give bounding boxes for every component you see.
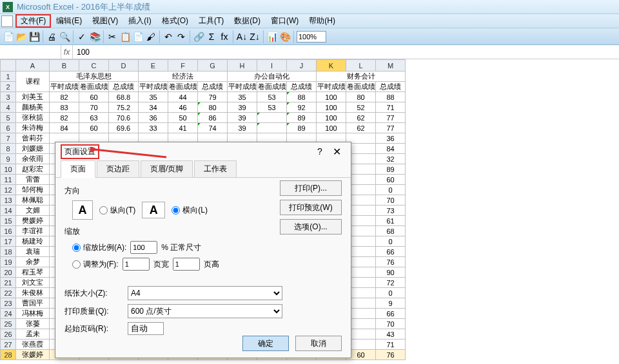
hyperlink-icon[interactable]: 🔗 xyxy=(193,31,204,43)
cell[interactable]: 0 xyxy=(376,288,406,298)
cell[interactable]: 张媛婷 xyxy=(16,350,50,360)
cell[interactable]: 平时成绩 xyxy=(317,82,346,92)
col-header-J[interactable]: J xyxy=(287,60,317,72)
cell[interactable]: 70 xyxy=(376,319,406,329)
cell[interactable]: 李谊祥 xyxy=(16,226,50,236)
cell[interactable]: 樊媛婷 xyxy=(16,216,50,226)
cell[interactable]: 卷面成绩 xyxy=(79,82,109,92)
row-header-17[interactable]: 17 xyxy=(1,236,16,247)
cell[interactable]: 财务会计 xyxy=(317,72,406,82)
paper-select[interactable]: A4 xyxy=(128,286,282,300)
cell[interactable]: 34 xyxy=(139,102,168,113)
open-icon[interactable]: 📂 xyxy=(15,31,27,43)
row-header-20[interactable]: 20 xyxy=(1,267,16,278)
cell[interactable]: 72 xyxy=(376,278,406,288)
cell[interactable]: 46 xyxy=(168,102,198,113)
cell[interactable]: 办公自动化 xyxy=(228,72,317,82)
firstpage-input[interactable] xyxy=(128,322,164,335)
cell[interactable]: 60 xyxy=(79,92,109,102)
row-header-14[interactable]: 14 xyxy=(1,206,16,216)
cell[interactable]: 100 xyxy=(317,102,346,113)
tab-margins[interactable]: 页边距 xyxy=(97,160,139,177)
cell[interactable]: 0 xyxy=(376,185,406,195)
cell[interactable]: 100 xyxy=(317,123,346,133)
row-header-19[interactable]: 19 xyxy=(1,257,16,267)
close-icon[interactable]: ✕ xyxy=(328,146,346,158)
row-header-21[interactable]: 21 xyxy=(1,278,16,288)
row-header-8[interactable]: 8 xyxy=(1,144,16,154)
cell[interactable]: 44 xyxy=(168,92,198,102)
menu-view[interactable]: 视图(V) xyxy=(87,14,123,28)
cell[interactable]: 92 xyxy=(287,102,317,113)
cell[interactable]: 60 xyxy=(376,175,406,185)
fit-radio[interactable]: 调整为(F): xyxy=(72,259,119,270)
cell[interactable]: 62 xyxy=(346,123,376,133)
cell[interactable]: 余依雨 xyxy=(16,154,50,164)
row-header-2[interactable]: 2 xyxy=(1,82,16,92)
preview-icon[interactable]: 🔍 xyxy=(59,31,70,43)
cell[interactable]: 文媚 xyxy=(16,206,50,216)
cell[interactable]: 32 xyxy=(376,154,406,164)
row-header-18[interactable]: 18 xyxy=(1,247,16,257)
cell[interactable]: 79 xyxy=(198,92,228,102)
row-header-27[interactable]: 27 xyxy=(1,340,16,350)
cell[interactable]: 61 xyxy=(376,216,406,226)
cell[interactable]: 76 xyxy=(376,350,406,360)
drawing-icon[interactable]: 🎨 xyxy=(279,31,291,43)
save-icon[interactable]: 💾 xyxy=(28,31,40,43)
cell[interactable]: 77 xyxy=(376,113,406,123)
cell[interactable]: 53 xyxy=(257,102,287,113)
copy-icon[interactable]: 📋 xyxy=(119,31,131,43)
cell[interactable]: 62 xyxy=(346,113,376,123)
col-header-A[interactable]: A xyxy=(16,60,50,72)
row-header-7[interactable]: 7 xyxy=(1,133,16,144)
cell[interactable]: 83 xyxy=(50,102,79,113)
col-header-I[interactable]: I xyxy=(257,60,287,72)
zoom-input[interactable] xyxy=(297,31,326,43)
cell[interactable]: 9 xyxy=(376,298,406,309)
cell[interactable]: 33 xyxy=(139,123,168,133)
fx-icon[interactable]: fx xyxy=(61,45,73,59)
cell[interactable]: 80 xyxy=(346,92,376,102)
tab-sheet[interactable]: 工作表 xyxy=(194,160,237,177)
cell[interactable]: 卷面成绩 xyxy=(168,82,198,92)
row-header-11[interactable]: 11 xyxy=(1,175,16,185)
cell[interactable]: 69.6 xyxy=(109,123,139,133)
cell[interactable]: 总成绩 xyxy=(287,82,317,92)
preview-button[interactable]: 打印预览(W) xyxy=(280,200,342,215)
cell[interactable]: 卷面成绩 xyxy=(346,82,376,92)
cell[interactable]: 袁瑞 xyxy=(16,247,50,257)
row-header-15[interactable]: 15 xyxy=(1,216,16,226)
cell[interactable]: 张燕霞 xyxy=(16,340,50,350)
cell[interactable]: 课程 xyxy=(16,72,50,92)
help-icon[interactable]: ? xyxy=(312,146,328,157)
cell[interactable]: 冯林梅 xyxy=(16,309,50,319)
col-header-C[interactable]: C xyxy=(79,60,109,72)
cell[interactable]: 平时成绩 xyxy=(228,82,257,92)
print-button[interactable]: 打印(P)... xyxy=(280,180,342,196)
cell[interactable]: 52 xyxy=(346,102,376,113)
spell-icon[interactable]: ✓ xyxy=(76,31,88,43)
col-header-L[interactable]: L xyxy=(346,60,376,72)
function-icon[interactable]: fx xyxy=(219,31,230,43)
cell[interactable]: 66 xyxy=(376,247,406,257)
row-header-23[interactable]: 23 xyxy=(1,298,16,309)
redo-icon[interactable]: ↷ xyxy=(175,31,187,43)
cell[interactable]: 63 xyxy=(79,113,109,123)
col-header-M[interactable]: M xyxy=(376,60,406,72)
cell[interactable]: 70.6 xyxy=(109,113,139,123)
cut-icon[interactable]: ✂ xyxy=(106,31,118,43)
cell[interactable]: 平时成绩 xyxy=(50,82,79,92)
col-header-B[interactable]: B xyxy=(50,60,79,72)
sum-icon[interactable]: Σ xyxy=(206,31,217,43)
cell[interactable]: 71 xyxy=(376,102,406,113)
cell[interactable]: 林佩聪 xyxy=(16,195,50,206)
sort-desc-icon[interactable]: Z↓ xyxy=(249,31,260,43)
cell[interactable]: 35 xyxy=(228,92,257,102)
cell[interactable]: 卷面成绩 xyxy=(257,82,287,92)
cell[interactable]: 36 xyxy=(139,113,168,123)
print-icon[interactable]: 🖨 xyxy=(46,31,57,43)
cell[interactable]: 平时成绩 xyxy=(139,82,168,92)
cell[interactable]: 刘文宝 xyxy=(16,278,50,288)
cell[interactable]: 84 xyxy=(50,123,79,133)
